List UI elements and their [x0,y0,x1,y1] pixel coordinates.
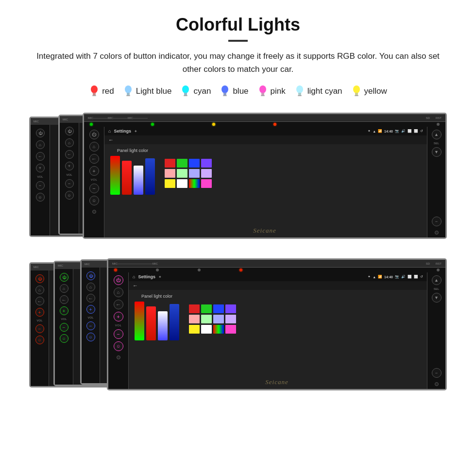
svg-rect-13 [261,93,264,95]
page-title: Colorful Lights [19,15,457,35]
bottom-device-group: MIC ⏻ ⌂ ← + VOL − ☺ MIC [29,258,447,399]
svg-rect-17 [298,95,302,96]
top-device-group: MIC —— ⏻ ⌂ ← + VOL − ☺ MIC [29,113,447,245]
svg-rect-14 [261,95,265,96]
title-divider [228,40,248,42]
watermark-top: Seicane [253,227,276,235]
svg-rect-16 [298,93,301,95]
color-item-pink: pink [257,84,286,98]
color-label-red: red [102,86,114,96]
bulb-icon-lightblue [123,84,134,98]
main-bottom-device: MIC —————— —————— MIC SD RST ⏻ ⌂ [107,258,447,390]
color-label-lightcyan: light cyan [307,86,342,96]
color-item-cyan: cyan [180,84,211,98]
color-row: red Light blue cyan [19,84,457,98]
color-label-cyan: cyan [193,86,211,96]
color-label-pink: pink [271,86,286,96]
bulb-icon-pink [257,84,268,98]
title-section: Colorful Lights Integrated with 7 colors… [19,15,457,76]
color-item-lightblue: Light blue [123,84,172,98]
svg-rect-10 [223,93,226,95]
main-top-device: MIC ————— MIC ————— MIC ————— SD RST [83,113,447,239]
subtitle-text: Integrated with 7 colors of button indic… [29,50,447,76]
svg-rect-7 [184,93,187,95]
color-item-lightcyan: light cyan [294,84,342,98]
svg-rect-4 [127,93,130,95]
bulb-icon-blue [220,84,230,98]
bulb-icon-yellow [351,84,362,98]
svg-point-9 [221,85,228,93]
svg-rect-5 [126,95,130,96]
svg-point-12 [259,85,266,93]
color-label-blue: blue [233,86,248,96]
svg-rect-20 [355,95,358,96]
svg-rect-2 [92,95,96,96]
color-item-red: red [89,84,114,98]
color-label-lightblue: Light blue [136,86,172,96]
page-container: Colorful Lights Integrated with 7 colors… [0,0,476,419]
bulb-icon-lightcyan [294,84,305,98]
color-item-yellow: yellow [351,84,387,98]
svg-rect-1 [93,93,96,95]
svg-point-15 [296,85,303,93]
svg-point-0 [91,85,98,93]
bulb-icon-red [89,84,100,98]
svg-point-18 [353,85,360,93]
color-label-yellow: yellow [364,86,387,96]
svg-rect-11 [223,95,227,96]
svg-point-6 [182,85,189,93]
svg-rect-8 [184,95,187,96]
svg-rect-19 [355,93,358,95]
color-item-blue: blue [220,84,248,98]
svg-point-3 [125,85,132,93]
bulb-icon-cyan [180,84,191,98]
watermark-bottom: Seicane [265,378,288,386]
